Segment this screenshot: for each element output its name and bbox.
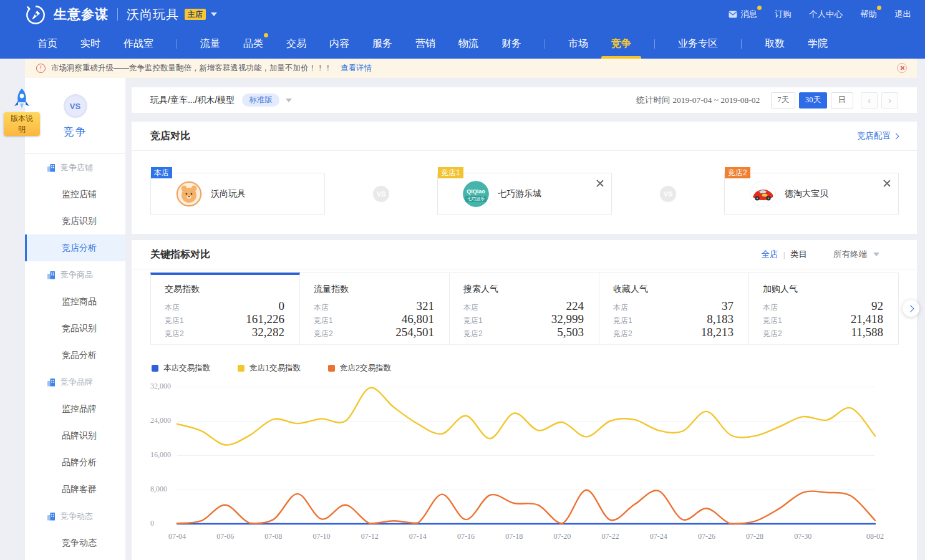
metric-value: 254,501 [395,326,434,339]
next-page-button[interactable]: › [881,92,898,109]
range-button-30天[interactable]: 30天 [799,92,827,109]
nav-item-市场[interactable]: 市场 [568,29,588,59]
shop-card-name: 七巧游乐城 [498,188,541,200]
notice-detail-link[interactable]: 查看详情 [341,63,372,74]
range-button-7天[interactable]: 7天 [771,92,795,109]
user-link-订购[interactable]: 订购 [775,9,792,20]
sidebar-item-竞店识别[interactable]: 竞店识别 [25,208,125,234]
shop-avatar: QiQiao七巧游乐 [463,181,489,207]
legend-item-竞店1交易指数[interactable]: 竞店1交易指数 [238,363,301,374]
sidebar-group-竞争商品: 竞争商品 [25,261,125,288]
nav-item-营销[interactable]: 营销 [415,29,435,59]
nav-item-学院[interactable]: 学院 [808,29,828,59]
sidebar-item-品牌识别[interactable]: 品牌识别 [25,422,125,449]
close-icon[interactable] [595,178,605,188]
user-link-消息[interactable]: 消息 [729,9,757,20]
prev-page-button[interactable]: ‹ [861,92,878,109]
chevron-right-icon [893,133,899,139]
user-link-帮助[interactable]: 帮助 [860,9,877,20]
sidebar-item-竞品识别[interactable]: 竞品识别 [25,315,125,342]
metric-row: 竞店2254,501 [314,326,434,339]
shop-card-name: 沃尚玩具 [211,188,246,200]
chevron-right-icon [907,305,914,312]
sidebar-item-竞品分析[interactable]: 竞品分析 [25,342,125,369]
version-float[interactable]: 版本说明 [4,87,40,136]
nav-item-实时[interactable]: 实时 [80,29,100,59]
metric-tab-name: 交易指数 [165,284,284,295]
nav-item-作战室[interactable]: 作战室 [123,29,153,59]
nav-item-取数[interactable]: 取数 [765,29,785,59]
metric-tab-加购人气[interactable]: 加购人气本店92竞店121,418竞店211,588 [749,273,899,345]
chevron-down-icon[interactable] [286,99,292,102]
nav-item-首页[interactable]: 首页 [37,29,57,59]
sidebar-item-监控店铺[interactable]: 监控店铺 [25,181,125,208]
x-axis-label: 07-24 [642,532,675,541]
version-tip-label[interactable]: 版本说明 [4,112,40,136]
metric-row-label: 本店 [314,302,329,313]
nav-item-内容[interactable]: 内容 [329,29,349,59]
legend-item-竞店2交易指数[interactable]: 竞店2交易指数 [328,363,391,374]
legend-label: 竞店2交易指数 [340,363,391,374]
metric-row-label: 竞店1 [613,316,632,326]
line-series-竞店2交易指数 [177,490,875,524]
notice-close-icon[interactable] [897,63,907,73]
metric-row-label: 本店 [763,302,778,313]
metric-value: 11,588 [851,326,883,339]
metric-tab-收藏人气[interactable]: 收藏人气本店37竞店18,183竞店218,213 [599,273,749,345]
nav-item-服务[interactable]: 服务 [372,29,392,59]
main-nav: 首页实时作战室流量品类交易内容服务营销物流财务市场竞争业务专区取数学院 [0,29,925,59]
building-icon [47,512,56,521]
building-icon [47,378,56,387]
legend-item-本店交易指数[interactable]: 本店交易指数 [152,363,210,374]
shop-card-竞店1: 竞店1QiQiao七巧游乐七巧游乐城 [437,173,612,215]
nav-item-交易[interactable]: 交易 [286,29,306,59]
legend-swatch [152,365,158,372]
metric-tab-流量指数[interactable]: 流量指数本店321竞店146,801竞店2254,501 [300,273,450,345]
shop-compare-title: 竞店对比 [150,130,190,143]
metric-row-label: 竞店1 [314,316,333,326]
nav-item-流量[interactable]: 流量 [200,29,220,59]
scope-category[interactable]: 类目 [790,249,807,260]
metric-tabs: 交易指数本店0竞店1161,226竞店232,282流量指数本店321竞店146… [150,273,899,345]
shop-config-link[interactable]: 竞店配置 [857,130,898,142]
sidebar-group-label: 竞争店铺 [61,162,93,173]
metric-tab-搜索人气[interactable]: 搜索人气本店224竞店132,999竞店25,503 [450,273,599,345]
nav-item-label: 学院 [808,37,828,51]
category-selector[interactable]: 玩具/童车.../积木/模型 标准版 [150,94,292,107]
user-link-退出[interactable]: 退出 [894,9,911,20]
shop-tag-本店: 本店 [151,167,172,178]
y-axis-label: 16,000 [150,450,178,460]
nav-item-品类[interactable]: 品类 [243,29,263,59]
sidebar-item-监控商品[interactable]: 监控商品 [25,288,125,315]
nav-item-业务专区[interactable]: 业务专区 [678,29,718,59]
terminal-filter[interactable]: 所有终端 [833,249,879,260]
nav-item-label: 流量 [200,37,220,51]
range-button-日[interactable]: 日 [831,92,853,109]
shop-switcher-caret-icon[interactable] [211,12,217,16]
sidebar-item-品牌客群[interactable]: 品牌客群 [25,476,125,503]
nav-item-物流[interactable]: 物流 [458,29,478,59]
metric-value: 8,183 [707,312,734,326]
sidebar-item-竞争动态[interactable]: 竞争动态 [25,529,125,556]
sidebar-item-监控品牌[interactable]: 监控品牌 [25,395,125,422]
scope-all-shop[interactable]: 全店 [761,249,778,260]
shop-card-竞店2: 竞店2德淘大宝贝 [724,173,899,215]
sidebar-item-竞店分析[interactable]: 竞店分析 [25,234,125,261]
x-axis-label: 07-18 [498,532,530,541]
vs-badge-icon: VS [660,186,676,202]
nav-item-label: 取数 [765,37,785,51]
nav-item-竞争[interactable]: 竞争 [611,29,631,59]
shop-config-link-label: 竞店配置 [857,130,891,142]
x-axis-label: 07-12 [354,532,386,541]
metric-tab-交易指数[interactable]: 交易指数本店0竞店1161,226竞店232,282 [150,273,300,345]
nav-item-财务[interactable]: 财务 [501,29,521,59]
sidebar-group-label: 竞争品牌 [61,377,93,388]
user-link-个人中心[interactable]: 个人中心 [809,9,843,20]
legend-swatch [328,365,335,372]
sidebar-item-品牌分析[interactable]: 品牌分析 [25,449,125,476]
sidebar-item-label: 竞争动态 [62,538,97,549]
metrics-next-button[interactable] [903,300,919,317]
close-icon[interactable] [882,178,892,188]
metric-row-label: 竞店2 [763,329,782,339]
x-axis-label: 07-20 [546,532,578,541]
